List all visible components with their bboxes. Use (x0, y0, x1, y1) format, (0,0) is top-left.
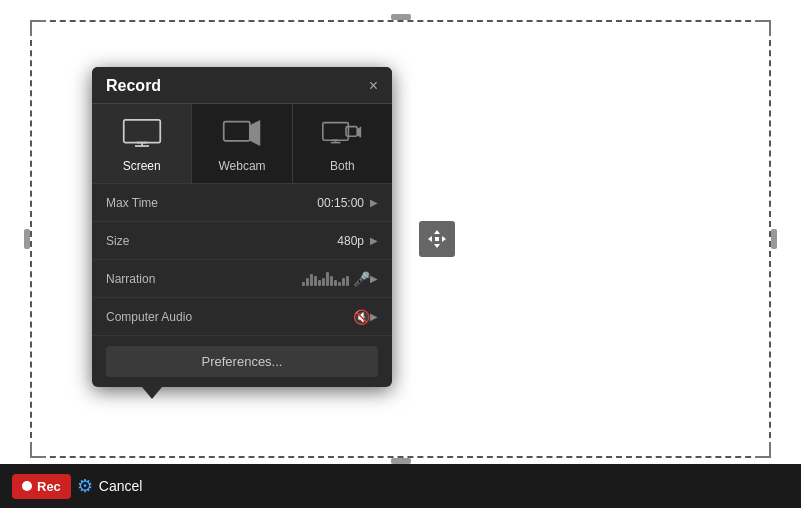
max-time-label: Max Time (106, 196, 216, 210)
level-bar-5 (318, 280, 321, 286)
webcam-icon (222, 118, 262, 151)
mic-icon: 🎤 (353, 271, 370, 287)
audio-bar: 🔇 (216, 309, 370, 325)
svg-marker-3 (442, 236, 446, 242)
svg-marker-2 (428, 236, 432, 242)
preferences-button[interactable]: Preferences... (106, 346, 378, 377)
corner-handle-tl[interactable] (30, 20, 46, 36)
level-bar-1 (302, 282, 305, 286)
gear-icon: ⚙ (77, 475, 93, 497)
level-bar-7 (326, 272, 329, 286)
corner-handle-tr[interactable] (755, 20, 771, 36)
svg-marker-0 (434, 230, 440, 234)
dialog-tail (142, 387, 162, 399)
size-label: Size (106, 234, 216, 248)
computer-audio-label: Computer Audio (106, 310, 216, 324)
close-button[interactable]: × (369, 78, 378, 94)
size-value: 480p (216, 234, 364, 248)
dialog-title: Record (106, 77, 161, 95)
narration-bar: 🎤 (216, 271, 370, 287)
screen-icon (122, 118, 162, 151)
level-bar-11 (342, 278, 345, 286)
level-bar-2 (306, 278, 309, 286)
max-time-value: 00:15:00 (216, 196, 364, 210)
canvas-area: Record × Screen (30, 20, 771, 458)
side-handle-left[interactable] (24, 229, 30, 249)
side-handle-right[interactable] (771, 229, 777, 249)
mode-both-label: Both (330, 159, 355, 173)
rec-label: Rec (37, 479, 61, 494)
mode-webcam[interactable]: Webcam (192, 104, 292, 183)
svg-rect-11 (323, 123, 349, 141)
audio-arrow: ▶ (370, 311, 378, 322)
level-bar-4 (314, 276, 317, 286)
record-dialog: Record × Screen (92, 67, 392, 387)
setting-narration[interactable]: Narration (92, 260, 392, 298)
narration-label: Narration (106, 272, 216, 286)
dialog-header: Record × (92, 67, 392, 103)
rec-button[interactable]: Rec (12, 474, 71, 499)
level-bar-10 (338, 282, 341, 286)
cancel-button[interactable]: Cancel (99, 478, 143, 494)
svg-rect-9 (224, 122, 250, 141)
setting-max-time[interactable]: Max Time 00:15:00 ▶ (92, 184, 392, 222)
narration-arrow: ▶ (370, 273, 378, 284)
settings-section: Max Time 00:15:00 ▶ Size 480p ▶ Narratio… (92, 183, 392, 336)
svg-marker-10 (250, 120, 260, 146)
level-bars (302, 272, 349, 286)
svg-marker-1 (434, 244, 440, 248)
level-bar-6 (322, 278, 325, 286)
corner-handle-bl[interactable] (30, 442, 46, 458)
both-icon (322, 118, 362, 151)
gear-button[interactable]: ⚙ (77, 475, 93, 497)
mode-section: Screen Webcam (92, 103, 392, 183)
rec-dot (22, 481, 32, 491)
move-icon[interactable] (419, 221, 455, 257)
size-arrow: ▶ (370, 235, 378, 246)
level-bar-8 (330, 276, 333, 286)
bottom-toolbar: Rec ⚙ Cancel (0, 464, 801, 508)
mode-screen-label: Screen (123, 159, 161, 173)
mode-screen[interactable]: Screen (92, 104, 192, 183)
corner-handle-br[interactable] (755, 442, 771, 458)
level-bar-3 (310, 274, 313, 286)
mode-webcam-label: Webcam (218, 159, 265, 173)
side-handle-top[interactable] (391, 14, 411, 20)
svg-rect-4 (435, 237, 439, 241)
level-bar-9 (334, 280, 337, 286)
mode-both[interactable]: Both (293, 104, 392, 183)
level-bar-12 (346, 276, 349, 286)
svg-rect-5 (123, 120, 160, 143)
setting-size[interactable]: Size 480p ▶ (92, 222, 392, 260)
speaker-muted-icon: 🔇 (353, 309, 370, 325)
max-time-arrow: ▶ (370, 197, 378, 208)
setting-computer-audio[interactable]: Computer Audio 🔇 ▶ (92, 298, 392, 336)
